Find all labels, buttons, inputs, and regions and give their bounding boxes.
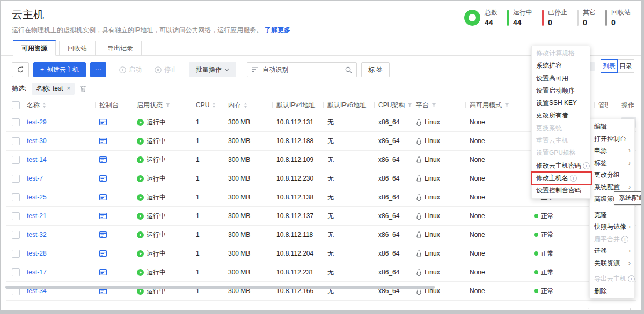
vm-name-link[interactable]: test-7 [27, 175, 43, 182]
more-create-actions-button[interactable]: ⋯ [90, 62, 106, 77]
cell-select [6, 169, 27, 188]
system-config-submenu-item-1[interactable]: 系统扩容 [532, 59, 590, 72]
vm-name-link[interactable]: test-30 [27, 137, 47, 145]
learn-more-link[interactable]: 了解更多 [265, 26, 290, 34]
console-icon[interactable] [99, 156, 107, 163]
tab-export-records[interactable]: 导出记录 [99, 41, 142, 56]
close-icon[interactable]: × [67, 85, 70, 92]
row-actions-menu-item-10[interactable]: 迁移› [590, 245, 634, 257]
vm-name-link[interactable]: test-25 [27, 193, 47, 201]
row-actions-menu-item-3[interactable]: 标签› [590, 157, 634, 169]
column-header-console[interactable]: 控制台 [95, 98, 133, 113]
start-button[interactable]: 启动 [115, 65, 146, 74]
create-vm-button[interactable]: +创建云主机 [33, 62, 86, 77]
row-actions-menu-item-9[interactable]: 扁平合并i [590, 233, 634, 245]
tab-available-resources[interactable]: 可用资源 [13, 40, 56, 56]
linux-penguin-icon [416, 194, 422, 201]
start-label: 启动 [129, 65, 142, 74]
cell-console [95, 188, 133, 206]
stat-item-0: 运行中44 [507, 8, 532, 27]
row-checkbox[interactable] [12, 250, 20, 258]
column-header-ha[interactable]: 高可用模式 [465, 98, 530, 113]
row-checkbox[interactable] [12, 193, 20, 201]
column-header-arch[interactable]: CPU架构 [374, 98, 412, 113]
console-icon[interactable] [99, 175, 107, 182]
refresh-button[interactable] [12, 62, 29, 77]
system-config-submenu-item-5[interactable]: 更改所有者 [532, 109, 590, 122]
cell-state: 运行中 [133, 207, 192, 225]
console-icon[interactable] [99, 250, 107, 257]
system-config-submenu-item-0[interactable]: 修改计算规格 [532, 47, 590, 59]
view-toggle: 列表 目录 [601, 59, 634, 73]
vm-name-link[interactable]: test-32 [27, 231, 47, 238]
row-actions-menu-item-7[interactable]: 克隆 [590, 209, 634, 221]
stop-button[interactable]: 停止 [150, 65, 181, 74]
system-config-submenu-item-2[interactable]: 设置高可用 [532, 72, 590, 85]
state-text: 运行中 [147, 118, 166, 127]
menu-item-label: 电源 [594, 147, 607, 154]
console-icon[interactable] [99, 269, 107, 275]
column-header-mgmt[interactable]: 管理 [594, 98, 617, 113]
column-header-mem[interactable]: 内存 [224, 98, 272, 113]
row-checkbox[interactable] [12, 118, 20, 126]
console-icon[interactable] [99, 194, 107, 200]
column-header-ops[interactable]: 操作 [617, 98, 640, 113]
view-catalog-button[interactable]: 目录 [617, 59, 634, 73]
vm-name-link[interactable]: test-29 [27, 118, 47, 126]
filter-chip[interactable]: 名称: test× [32, 83, 75, 95]
row-actions-menu-item-1[interactable]: 打开控制台 [590, 133, 634, 145]
linux-penguin-icon [416, 138, 422, 145]
row-actions-menu-item-13[interactable]: 删除 [590, 285, 634, 297]
view-list-button[interactable]: 列表 [601, 59, 618, 73]
column-header-state[interactable]: 启用状态 [133, 98, 192, 113]
column-header-ipv4[interactable]: 默认IPv4地址 [272, 98, 323, 113]
tab-recycle-bin[interactable]: 回收站 [59, 41, 96, 56]
page-size-select[interactable]: 10 项/页 [588, 308, 631, 310]
system-config-submenu-item-6[interactable]: 更换系统 [532, 122, 590, 134]
search-box[interactable] [247, 62, 357, 77]
select-all-checkbox[interactable] [12, 101, 20, 109]
cell-ha-mode: None [465, 188, 530, 206]
row-checkbox[interactable] [12, 268, 20, 276]
search-icon[interactable] [345, 66, 352, 73]
console-icon[interactable] [99, 213, 107, 219]
system-config-submenu-item-8[interactable]: 设置GPU规格 [532, 147, 590, 159]
clear-filters-button[interactable] [80, 85, 86, 92]
column-header-cpu[interactable]: CPU [192, 98, 224, 113]
search-input[interactable] [261, 65, 342, 74]
row-actions-menu-item-0[interactable]: 编辑 [590, 121, 634, 133]
system-config-submenu-item-3[interactable]: 设置启动顺序 [532, 85, 590, 97]
row-checkbox[interactable] [12, 175, 20, 183]
row-actions-menu-item-8[interactable]: 快照与镜像› [590, 221, 634, 233]
vm-name-link[interactable]: test-17 [27, 268, 47, 276]
column-header-name[interactable]: 名称 [27, 98, 95, 113]
system-config-submenu-item-4[interactable]: 设置SSH KEY [532, 97, 590, 109]
row-checkbox[interactable] [12, 231, 20, 239]
tag-button[interactable]: 标 签 [361, 62, 390, 77]
console-icon[interactable] [99, 231, 107, 238]
batch-actions-button[interactable]: 批量操作 [189, 62, 236, 77]
system-config-submenu-item-9[interactable]: 修改云主机密码i [532, 160, 590, 172]
console-icon[interactable] [99, 138, 107, 144]
row-actions-menu-item-4[interactable]: 更改分组 [590, 169, 634, 181]
row-actions-menu-item-11[interactable]: 关联资源› [590, 257, 634, 270]
vm-name-link[interactable]: test-14 [27, 156, 47, 163]
row-checkbox[interactable] [12, 137, 20, 145]
console-icon[interactable] [99, 119, 107, 125]
column-header-ipv6[interactable]: 默认IPv6地址 [323, 98, 374, 113]
filter-icon [504, 103, 509, 108]
cell-memory: 300 MB [224, 207, 272, 225]
system-config-submenu-item-7[interactable]: 重置云主机 [532, 134, 590, 147]
column-header-platform[interactable]: 平台 [412, 98, 465, 113]
row-actions-menu-item-2[interactable]: 电源› [590, 145, 634, 157]
column-header-sel[interactable] [6, 98, 27, 113]
vm-name-link[interactable]: test-28 [27, 250, 47, 257]
system-config-submenu-item-11[interactable]: 设置控制台密码 [532, 184, 590, 197]
row-checkbox[interactable] [12, 156, 20, 164]
horizontal-scrollbar[interactable] [5, 286, 435, 289]
system-config-submenu-item-10[interactable]: 修改主机名i [532, 172, 590, 184]
row-actions-menu-item-12[interactable]: 导出云主机i [590, 273, 634, 285]
vm-name-link[interactable]: test-21 [27, 212, 47, 220]
status-dot-icon [534, 270, 538, 274]
row-checkbox[interactable] [12, 212, 20, 220]
